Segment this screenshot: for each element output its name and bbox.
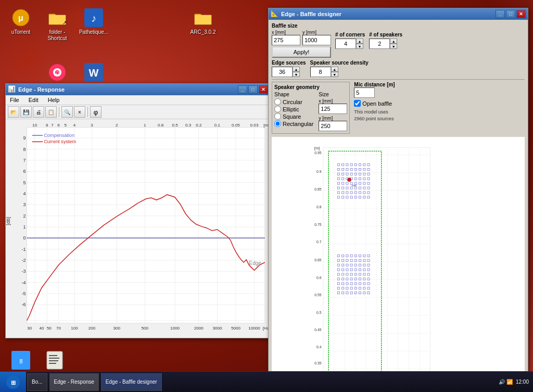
baffle-minimize-btn[interactable]: _ bbox=[496, 10, 505, 18]
svg-text:0.4: 0.4 bbox=[316, 345, 322, 349]
svg-rect-14 bbox=[49, 355, 57, 356]
start-button[interactable]: ⊞ bbox=[0, 372, 26, 392]
open-baffle-checkbox-label[interactable]: Open baffle bbox=[354, 100, 395, 107]
desktop-icon-folder-shortcut[interactable]: ↗ folder -Shortcut bbox=[39, 5, 75, 44]
svg-text:[m]: [m] bbox=[314, 146, 320, 150]
toolbar-print-btn[interactable]: 🖨 bbox=[33, 106, 44, 118]
size-header-label: Size bbox=[319, 92, 347, 97]
shape-rectangular[interactable]: Rectangular bbox=[274, 120, 313, 127]
svg-text:-4: -4 bbox=[21, 280, 26, 285]
speaker-density-arrows: ▲ ▼ bbox=[331, 67, 338, 77]
svg-text:-1: -1 bbox=[21, 247, 26, 252]
menu-edit[interactable]: Edit bbox=[27, 96, 41, 104]
svg-point-302 bbox=[348, 178, 351, 182]
toolbar-save-btn[interactable]: 💾 bbox=[20, 106, 32, 118]
svg-text:0.7: 0.7 bbox=[316, 240, 322, 244]
baffle-maximize-btn[interactable]: □ bbox=[506, 10, 515, 18]
shape-circular[interactable]: Circular bbox=[274, 98, 313, 105]
speakers-up-arrow[interactable]: ▲ bbox=[390, 39, 397, 44]
speaker-density-down[interactable]: ▼ bbox=[331, 72, 338, 77]
speaker-density-input[interactable] bbox=[310, 67, 331, 77]
open-baffle-checkbox[interactable] bbox=[354, 100, 361, 107]
shape-elliptic-label: Elliptic bbox=[283, 106, 299, 112]
svg-text:0.45: 0.45 bbox=[314, 328, 322, 332]
desktop-icon-arc[interactable]: ARC_3.0.2 bbox=[185, 5, 221, 37]
shape-elliptic-radio[interactable] bbox=[274, 106, 281, 112]
svg-text:0.03: 0.03 bbox=[250, 123, 259, 128]
svg-text:10000: 10000 bbox=[248, 326, 260, 331]
size-x-input[interactable] bbox=[319, 104, 347, 114]
speakers-input[interactable] bbox=[369, 39, 390, 49]
svg-text:70: 70 bbox=[56, 326, 61, 331]
mic-distance-label: Mic distance [m] bbox=[354, 82, 395, 87]
baffle-x-input[interactable] bbox=[272, 35, 300, 45]
pathetique-icon: ♪ bbox=[83, 7, 104, 28]
baffle-y-input[interactable] bbox=[302, 35, 331, 45]
edge-sources-down[interactable]: ▼ bbox=[293, 72, 300, 77]
mic-distance-input[interactable] bbox=[354, 87, 375, 98]
response-titlebar[interactable]: 📊 Edge - Response _ □ ✕ bbox=[6, 84, 270, 95]
svg-text:↗: ↗ bbox=[62, 20, 67, 26]
response-close-btn[interactable]: ✕ bbox=[259, 85, 268, 94]
speakers-down-arrow[interactable]: ▼ bbox=[390, 44, 397, 49]
mic-distance-group: Mic distance [m] Open baffle This model … bbox=[354, 82, 395, 134]
svg-rect-15 bbox=[49, 358, 59, 359]
model-info: This model uses2960 point sources bbox=[354, 109, 395, 122]
shape-circular-radio[interactable] bbox=[274, 98, 281, 105]
baffle-x-label: x [mm] bbox=[272, 30, 300, 35]
baffle-close-btn[interactable]: ✕ bbox=[516, 10, 526, 18]
svg-text:0.55: 0.55 bbox=[314, 293, 322, 297]
apply-button[interactable]: Apply! bbox=[272, 46, 331, 58]
svg-text:5: 5 bbox=[65, 123, 67, 128]
baffle-titlebar[interactable]: 📐 Edge - Baffle designer _ □ ✕ bbox=[269, 8, 528, 20]
taskbar-item-response-label: Edge - Response bbox=[54, 379, 94, 385]
desktop-icon-word[interactable]: W bbox=[75, 60, 112, 86]
taskbar-time: 12:00 bbox=[516, 379, 529, 385]
svg-text:0.75: 0.75 bbox=[314, 223, 322, 226]
toolbar-phase-btn[interactable]: φ bbox=[90, 106, 101, 118]
corners-input[interactable] bbox=[335, 39, 356, 49]
svg-text:2: 2 bbox=[23, 213, 26, 219]
corners-down-arrow[interactable]: ▼ bbox=[356, 44, 363, 49]
etax-icon bbox=[44, 350, 65, 371]
response-minimize-btn[interactable]: _ bbox=[238, 85, 247, 94]
desktop: μ uTorrent ↗ folder -Shortcut ♪ Pathetiq… bbox=[0, 0, 533, 392]
toolbar-open-btn[interactable]: 📂 bbox=[8, 106, 19, 118]
taskbar-item-response[interactable]: Edge - Response bbox=[49, 373, 99, 391]
shape-elliptic[interactable]: Elliptic bbox=[274, 106, 313, 112]
shape-square[interactable]: Square bbox=[274, 113, 313, 120]
desktop-icon-pathetique[interactable]: ♪ Pathetique... bbox=[75, 5, 112, 37]
speaker-density-label: Speaker source density bbox=[310, 60, 369, 66]
baffle-size-label: Baffle size bbox=[272, 23, 331, 29]
svg-text:5: 5 bbox=[23, 180, 26, 185]
toolbar-zoom-in-btn[interactable]: 🔍 bbox=[61, 106, 73, 118]
taskbar-item-bo[interactable]: Bo... bbox=[27, 373, 47, 391]
edge-sources-up[interactable]: ▲ bbox=[293, 67, 300, 72]
svg-text:0.9: 0.9 bbox=[316, 170, 322, 173]
corners-up-arrow[interactable]: ▲ bbox=[356, 39, 363, 44]
svg-text:500: 500 bbox=[141, 326, 148, 331]
edge-sources-input[interactable] bbox=[272, 67, 293, 77]
bittorrent-icon: μ bbox=[10, 7, 31, 28]
shape-square-radio[interactable] bbox=[274, 113, 281, 120]
geometry-row: Speaker geometry Shape Circular bbox=[272, 82, 525, 134]
corners-group: # of corners ▲ ▼ bbox=[335, 32, 365, 49]
desktop-icon-itunes[interactable]: ♫ bbox=[39, 60, 75, 86]
corners-label: # of corners bbox=[335, 32, 365, 37]
geometry-inner: Shape Circular Elliptic bbox=[274, 92, 347, 131]
speakers-spinbox: ▲ ▼ bbox=[369, 39, 402, 49]
toolbar-copy-btn[interactable]: 📋 bbox=[45, 106, 57, 118]
size-y-input[interactable] bbox=[319, 121, 347, 131]
taskbar-item-baffle[interactable]: Edge - Baffle designer bbox=[101, 373, 162, 391]
baffle-visualization: 0.95 0.9 0.85 0.8 0.75 0.7 0.65 0.6 0.55… bbox=[272, 137, 525, 387]
desktop-icon-bittorrent[interactable]: μ uTorrent bbox=[3, 5, 39, 37]
arc-icon bbox=[193, 7, 213, 28]
svg-text:Current system: Current system bbox=[44, 139, 76, 144]
response-maximize-btn[interactable]: □ bbox=[248, 85, 258, 94]
toolbar-mode-btn[interactable]: X bbox=[74, 106, 85, 118]
speaker-density-up[interactable]: ▲ bbox=[331, 67, 338, 72]
response-toolbar: 📂 💾 🖨 📋 🔍 X φ bbox=[6, 105, 270, 119]
menu-file[interactable]: File bbox=[8, 96, 21, 104]
shape-rectangular-radio[interactable] bbox=[274, 120, 281, 127]
menu-help[interactable]: Help bbox=[46, 96, 62, 104]
